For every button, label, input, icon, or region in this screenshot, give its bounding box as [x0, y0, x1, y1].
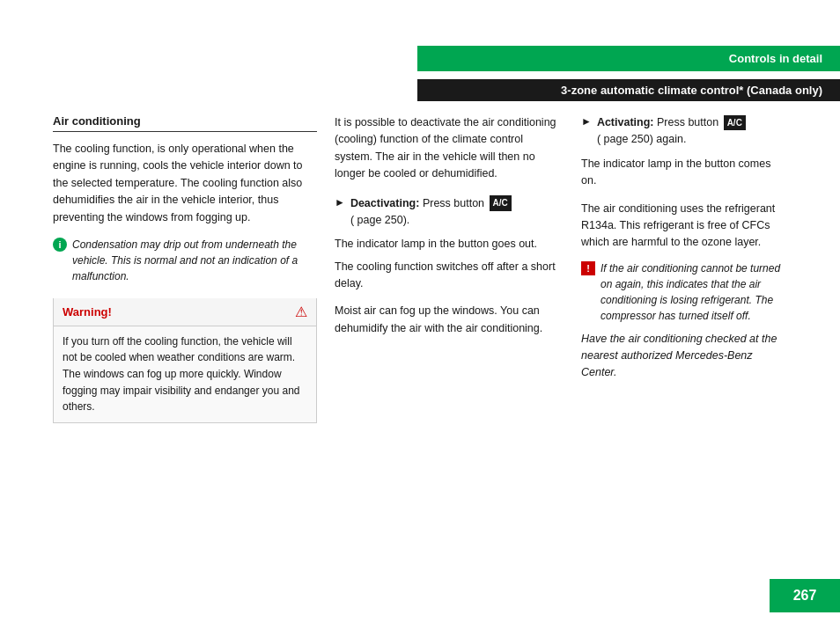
- ac-button-deactivate: A/C: [490, 195, 512, 211]
- body-text: The cooling function, is only operationa…: [53, 141, 317, 226]
- warning-header: Warning! ⚠: [54, 298, 316, 326]
- intro-text: It is possible to deactivate the air con…: [335, 114, 564, 183]
- cooling-switch-text: The cooling function switches off after …: [335, 259, 564, 293]
- activating-item: ► Activating: Press button A/C ( page 25…: [581, 114, 787, 149]
- activating-text: Activating: Press button A/C ( page 250)…: [597, 114, 746, 149]
- warning-triangle-icon: ⚠: [295, 304, 307, 320]
- deactivating-page: ( page 250).: [350, 214, 409, 226]
- deactivating-item: ► Deactivating: Press button A/C ( page …: [335, 195, 564, 230]
- warning-box: Warning! ⚠ If you turn off the cooling f…: [53, 298, 317, 423]
- deactivating-text: Deactivating: Press button A/C ( page 25…: [350, 195, 512, 230]
- warning-inline-box: ! If the air conditioning cannot be turn…: [581, 260, 787, 324]
- activating-page: ( page 250) again.: [597, 133, 686, 145]
- info-box: i Condensation may drip out from underne…: [53, 237, 317, 284]
- warning-inline-text: If the air conditioning cannot be turned…: [601, 260, 787, 324]
- right-column: ► Activating: Press button A/C ( page 25…: [581, 114, 787, 577]
- activating-press: Press button: [657, 116, 718, 128]
- info-icon: i: [53, 238, 67, 252]
- section-title: Air conditioning: [53, 114, 317, 132]
- warning-label: Warning!: [63, 305, 112, 319]
- middle-column: It is possible to deactivate the air con…: [335, 114, 564, 577]
- header-controls-label: Controls in detail: [417, 46, 840, 71]
- main-content: Air conditioning The cooling function, i…: [53, 114, 787, 577]
- warning-content: If you turn off the cooling function, th…: [54, 326, 316, 422]
- indicator-on-text: The indicator lamp in the button comes o…: [581, 156, 787, 190]
- left-column: Air conditioning The cooling function, i…: [53, 114, 317, 577]
- refrigerant-text: The air conditioning uses the refrigeran…: [581, 201, 787, 252]
- warning-inline-icon: !: [581, 261, 595, 275]
- info-text: Condensation may drip out from underneat…: [72, 237, 317, 284]
- header-subtitle: 3-zone automatic climate control* (Canad…: [417, 79, 840, 101]
- indicator-off-text: The indicator lamp in the button goes ou…: [335, 236, 564, 253]
- page-number: 267: [770, 579, 840, 612]
- deactivating-press-text: Press button: [423, 197, 484, 209]
- ac-button-activate: A/C: [724, 115, 746, 131]
- deactivating-label: Deactivating:: [350, 197, 420, 209]
- bullet-arrow-activate-icon: ►: [581, 115, 592, 128]
- moist-text: Moist air can fog up the windows. You ca…: [335, 303, 564, 337]
- activating-label: Activating:: [597, 116, 654, 128]
- service-text: Have the air conditioning checked at the…: [581, 331, 787, 382]
- bullet-arrow-icon: ►: [335, 196, 345, 209]
